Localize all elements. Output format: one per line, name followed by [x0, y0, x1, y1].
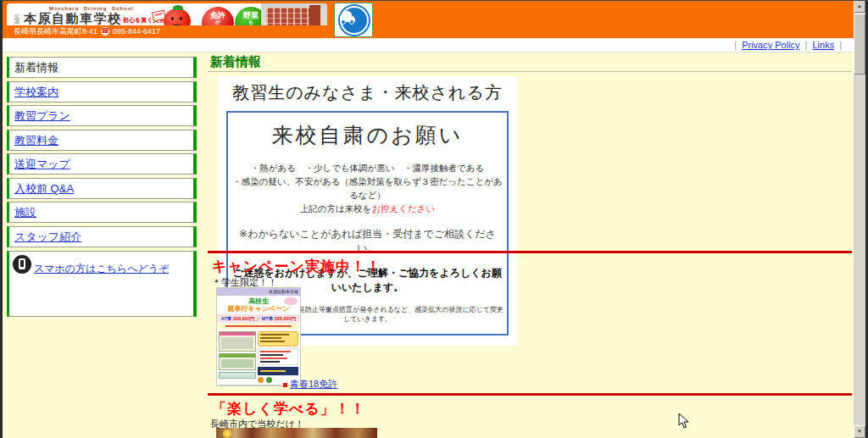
sidebar-item-label: 教習料金 — [14, 134, 58, 147]
certified-label: 公認 — [14, 14, 22, 24]
fun-section-image — [216, 428, 377, 438]
flyer-pink-badge — [284, 297, 298, 305]
sidebar-item-label: 新着情報 — [14, 61, 58, 74]
sidebar-item-label: 施設 — [14, 206, 36, 219]
title-divider — [208, 71, 852, 72]
flyer-body — [217, 330, 300, 385]
section-divider — [208, 393, 852, 396]
notice-line-text: 上記の方は来校を — [300, 203, 372, 213]
phone-number: 095-844-6417 — [113, 27, 160, 36]
sidebar-item-label: 学校案内 — [14, 86, 58, 98]
flyer-right-column — [258, 331, 298, 383]
car-wheel — [349, 19, 354, 25]
badge-text: が — [202, 19, 234, 25]
links-link[interactable]: Links — [812, 40, 834, 50]
separator: | — [734, 40, 737, 50]
sidebar-item-pickup-map[interactable]: 送迎マップ — [7, 153, 197, 175]
sidebar-item-training-plan[interactable]: 教習プラン — [7, 105, 197, 126]
sidebar-item-label: 送迎マップ — [14, 158, 70, 170]
mascot-eye — [171, 17, 174, 20]
separator: | — [839, 40, 842, 50]
mt-price: 326,800円 — [275, 316, 296, 321]
smartphone-icon — [13, 255, 31, 274]
flyer-card — [219, 331, 256, 352]
section-divider — [208, 251, 852, 253]
notice-line: 上記の方は来校をお控えください — [231, 202, 504, 215]
badge-text: 免許 — [202, 11, 234, 19]
campaign-section-title: キャンペーン実施中！！ — [212, 257, 381, 276]
mouse-cursor — [678, 413, 690, 430]
flyer-deadline-line — [219, 324, 298, 329]
phone-icon: ☎ — [101, 27, 109, 36]
image-sun-graphic — [223, 430, 231, 438]
flyer-card — [219, 353, 256, 370]
smartphone-link-label: スマホの方はこちらへどうぞ — [34, 262, 169, 276]
sidebar-item-label: 教習プラン — [14, 109, 70, 122]
flyer-night-plan-card — [258, 367, 298, 375]
car-wheel — [341, 19, 346, 25]
mascot-eye — [180, 17, 182, 20]
at-label: AT車 — [221, 316, 231, 321]
price-separator: ／ — [256, 316, 261, 321]
campaign-flyer-image[interactable]: 本原自動車学校 高校生 親孝行キャンペーン AT車 309,900円 ／ MT車… — [216, 287, 301, 386]
sidebar-item-label: 入校前 Q&A — [14, 182, 74, 195]
notice-line: ・感染の疑い、不安がある（感染対策を取らず３密だったことがあるなど） — [231, 175, 504, 202]
flyer-plan-card — [258, 348, 298, 365]
scrollbar-thumb[interactable] — [854, 14, 865, 75]
address-bar: 長崎県長崎市高尾町8-41 ☎ 095-844-6417 — [7, 25, 327, 37]
flyer-header: 本原自動車学校 — [217, 288, 300, 296]
driving-school-association-badge[interactable] — [334, 3, 373, 37]
scroll-down-icon[interactable]: ▼ — [854, 425, 865, 438]
window-top-edge — [0, 0, 868, 1]
smartphone-site-link[interactable]: スマホの方はこちらへどうぞ — [7, 251, 197, 317]
separator: | — [805, 40, 808, 50]
sidebar-item-news[interactable]: 新着情報 — [7, 57, 197, 78]
header-banner: Motohara Driving School 公認 本原自動車学校 －初心を貫… — [7, 3, 327, 37]
sidebar-item-staff[interactable]: スタッフ紹介 — [7, 226, 197, 247]
list-bullet — [283, 383, 287, 387]
sidebar-item-fees[interactable]: 教習料金 — [7, 130, 197, 151]
scroll-up-icon[interactable]: ▲ — [854, 0, 865, 13]
page-title: 新着情報 — [210, 54, 261, 70]
flyer-title-line2: 親孝行キャンペーン — [217, 305, 300, 313]
sidebar-item-school-guide[interactable]: 学校案内 — [7, 81, 197, 103]
window-left-edge — [0, 0, 3, 438]
flyer-left-column — [219, 331, 256, 383]
site-header: Motohara Driving School 公認 本原自動車学校 －初心を貫… — [3, 0, 854, 38]
fun-section-title: 「楽しく学べる」！！ — [212, 399, 366, 419]
utility-link-bar: | Privacy Policy | Links | — [3, 38, 854, 53]
flyer-price-bar: AT車 309,900円 ／ MT車 326,800円 — [217, 314, 300, 323]
sidebar-item-label: スタッフ紹介 — [14, 230, 81, 243]
notice-heading: 教習生のみなさま・来校される方 — [218, 81, 517, 104]
flyer-pack-card — [258, 331, 298, 347]
address-text: 長崎県長崎市高尾町8-41 — [14, 26, 97, 37]
notice-line-red-text: お控えください — [371, 203, 435, 213]
mt-label: MT車 — [262, 316, 273, 321]
vertical-scrollbar[interactable]: ▲ ▼ — [854, 0, 865, 438]
flyer-card — [219, 372, 256, 379]
at-price: 309,900円 — [233, 316, 254, 321]
notice-title: 来校自粛のお願い — [231, 121, 504, 149]
mascot-leaf — [173, 5, 183, 10]
sidebar-item-qa[interactable]: 入校前 Q&A — [7, 178, 197, 199]
sidebar-item-facilities[interactable]: 施設 — [7, 202, 197, 223]
privacy-policy-link[interactable]: Privacy Policy — [742, 40, 799, 50]
seishun-18-license-link[interactable]: 青春18免許 — [290, 378, 337, 391]
notice-line: ・熱がある ・少しでも体調が悪い ・濃厚接触者である — [231, 161, 504, 175]
